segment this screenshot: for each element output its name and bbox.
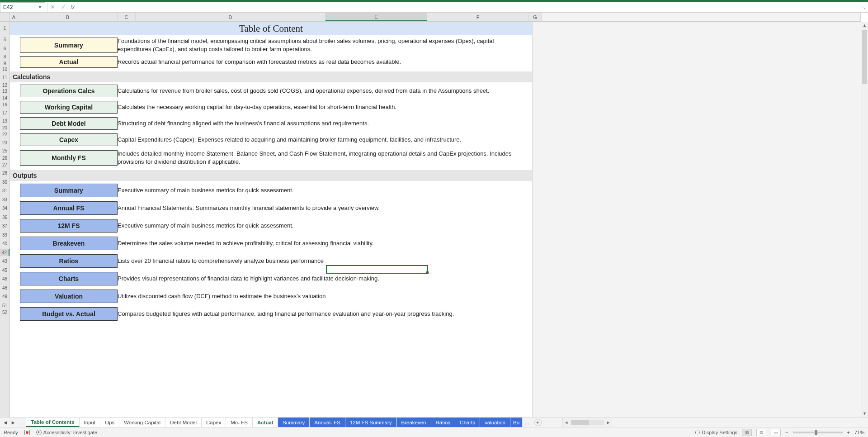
button-calc-1[interactable]: Working Capital [20,101,118,114]
sheet-tab-working-capital[interactable]: Working Capital [119,418,165,427]
button-calc-0[interactable]: Operations Calcs [20,85,118,97]
row-header-46[interactable]: 46 [0,274,9,285]
scroll-down-icon[interactable]: ▼ [861,410,868,417]
row-header-1[interactable]: 1 [0,22,9,35]
sheet-tab-debt-model[interactable]: Debt Model [165,418,202,427]
zoom-slider[interactable] [793,432,843,433]
vertical-scrollbar[interactable]: ▲ ▼ [861,22,868,417]
row-header-51[interactable]: 51 [0,302,9,309]
row-header-11[interactable]: 11 [0,72,9,83]
sheet-tab-mo-fs[interactable]: Mo- FS [226,418,253,427]
button-output-1[interactable]: Annual FS [20,201,118,215]
tab-scroll-left-icon[interactable]: ◄ [3,420,8,425]
col-header-B[interactable]: B [18,13,118,21]
col-header-D[interactable]: D [136,13,326,21]
sheet-tab-actual[interactable]: Actual [253,418,278,427]
button-output-7[interactable]: Budget vs. Actual [20,307,118,321]
sheet-tab-charts[interactable]: Charts [455,418,480,427]
row-header-20[interactable]: 20 [0,124,9,131]
button-actual-input[interactable]: Actual [20,56,118,68]
row-header-43[interactable]: 43 [0,256,9,267]
row-header-14[interactable]: 14 [0,95,9,101]
button-output-6[interactable]: Valuation [20,290,118,303]
button-output-2[interactable]: 12M FS [20,219,118,233]
row-header-5[interactable]: 5 [0,35,9,44]
hscroll-thumb[interactable] [571,420,589,425]
sheet-tab-ops[interactable]: Ops [100,418,119,427]
add-sheet-button[interactable]: + [534,419,542,426]
row-header-48[interactable]: 48 [0,285,9,291]
row-header-10[interactable]: 10 [0,67,9,72]
view-normal-button[interactable]: ▦ [742,429,752,436]
row-header-23[interactable]: 23 [0,138,9,147]
row-header-19[interactable]: 19 [0,118,9,124]
sheet-tab-breakeven[interactable]: Breakeven [397,418,431,427]
row-header-37[interactable]: 37 [0,221,9,232]
accessibility-status[interactable]: ✦ Accessibility: Investigate [36,430,97,435]
button-output-5[interactable]: Charts [20,272,118,285]
sheet-tab-12m-fs-summary[interactable]: 12M FS Summary [345,418,397,427]
row-header-31[interactable]: 31 [0,185,9,196]
zoom-in-button[interactable]: + [847,430,850,435]
button-output-0[interactable]: Summary [20,184,118,197]
button-calc-3[interactable]: Capex [20,133,118,146]
button-output-4[interactable]: Ratios [20,254,118,268]
row-header-52[interactable]: 52 [0,309,9,316]
row-header-26[interactable]: 26 [0,154,9,162]
chevron-down-icon[interactable]: ▼ [38,5,42,10]
row-header-49[interactable]: 49 [0,291,9,302]
col-header-G[interactable]: G [529,13,542,21]
row-header-30[interactable]: 30 [0,179,9,185]
row-header-36[interactable]: 36 [0,214,9,221]
display-settings-button[interactable]: 🖵 Display Settings [695,430,737,435]
zoom-out-button[interactable]: − [785,430,788,435]
sheet-tab-summary[interactable]: Summary [278,418,310,427]
sheet-tab-capex[interactable]: Capex [202,418,226,427]
col-header-A[interactable]: A [10,13,18,21]
select-all-corner[interactable] [0,13,10,22]
row-header-33[interactable]: 33 [0,196,9,203]
sheet-tab-bu[interactable]: Bu [510,418,523,427]
name-box[interactable]: E42 ▼ [0,2,45,12]
row-header-13[interactable]: 13 [0,88,9,95]
row-header-34[interactable]: 34 [0,203,9,214]
col-header-E[interactable]: E [326,13,427,21]
scroll-up-icon[interactable]: ▲ [861,22,868,29]
view-page-layout-button[interactable]: ▤ [756,429,766,436]
row-header-25[interactable]: 25 [0,147,9,154]
tab-scroll-right-icon[interactable]: ► [10,420,15,425]
sheet-tab-table-of-contents[interactable]: Table of Contents [26,418,79,427]
fx-icon[interactable]: fx [71,4,75,10]
sheet-tab-ratios[interactable]: Ratios [431,418,456,427]
tab-overflow-icon[interactable]: … [19,420,24,425]
horizontal-scrollbar[interactable]: ◄ ► [562,418,612,427]
formula-input[interactable] [77,2,860,12]
zoom-value[interactable]: 71% [854,430,864,435]
row-header-6[interactable]: 6 [0,44,9,53]
row-header-27[interactable]: 27 [0,162,9,168]
vscroll-thumb[interactable] [862,30,867,84]
row-header-40[interactable]: 40 [0,238,9,249]
row-header-9[interactable]: 9 [0,60,9,67]
sheet-tab-annual-fs[interactable]: Annual- FS [310,418,345,427]
row-header-12[interactable]: 12 [0,83,9,88]
row-header-17[interactable]: 17 [0,108,9,118]
expand-formula-bar-icon[interactable]: ⌄ [860,2,868,12]
sheet-tab-valuation[interactable]: valuation [480,418,510,427]
col-header-C[interactable]: C [118,13,136,21]
tabs-overflow-ellipsis[interactable]: … [523,420,532,425]
button-summary-input[interactable]: Summary [20,38,118,53]
row-header-39[interactable]: 39 [0,232,9,238]
view-page-break-button[interactable]: ▭ [771,429,781,436]
row-header-42[interactable]: 42 [0,249,9,256]
row-header-16[interactable]: 16 [0,101,9,108]
cells-viewport[interactable]: Table of Content Summary Foundations of … [10,22,861,417]
row-header-22[interactable]: 22 [0,131,9,138]
macro-record-icon[interactable] [24,430,30,435]
button-calc-2[interactable]: Debt Model [20,117,118,130]
hscroll-left-icon[interactable]: ◄ [563,420,570,425]
col-header-F[interactable]: F [427,13,529,21]
hscroll-right-icon[interactable]: ► [605,420,612,425]
row-header-28[interactable]: 28 [0,168,9,179]
row-header-8[interactable]: 8 [0,53,9,60]
